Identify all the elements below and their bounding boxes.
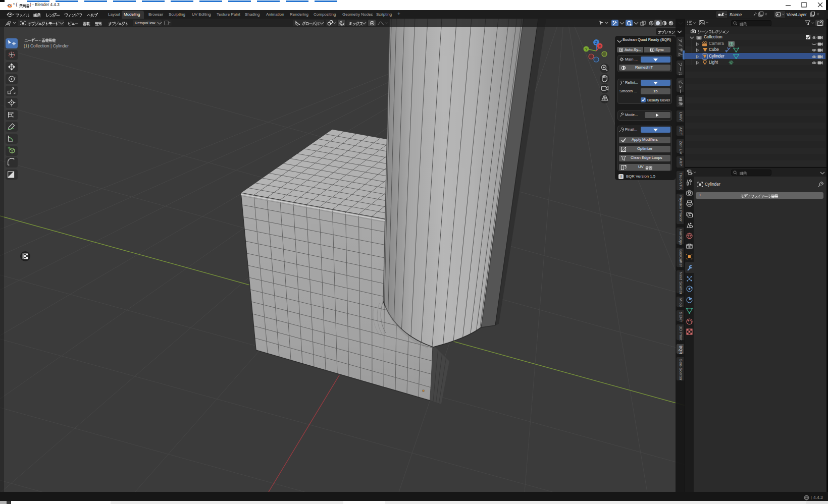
svg-text:X: X xyxy=(599,44,601,48)
svg-text:Y: Y xyxy=(585,47,588,51)
svg-text:Z: Z xyxy=(595,41,598,44)
